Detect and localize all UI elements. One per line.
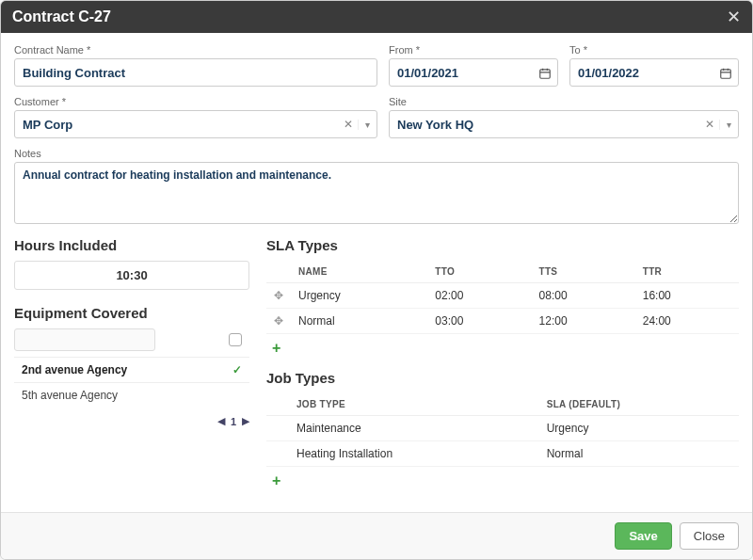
customer-label: Customer * bbox=[14, 96, 377, 107]
notes-label: Notes bbox=[14, 148, 739, 159]
sla-ttr: 16:00 bbox=[635, 283, 739, 309]
equipment-covered-title: Equipment Covered bbox=[14, 305, 249, 321]
sla-col-tto: TTO bbox=[427, 261, 531, 283]
add-job-button[interactable]: + bbox=[266, 471, 286, 491]
to-date-input[interactable] bbox=[569, 58, 739, 87]
from-date-input[interactable] bbox=[389, 58, 558, 87]
close-button[interactable]: Close bbox=[680, 522, 739, 550]
equipment-search-input[interactable] bbox=[14, 328, 155, 351]
site-value: New York HQ bbox=[390, 118, 700, 132]
contract-name-input[interactable] bbox=[14, 58, 377, 87]
customer-select[interactable]: MP Corp ✕ ▾ bbox=[14, 110, 377, 138]
close-icon[interactable]: ✕ bbox=[727, 8, 741, 25]
pager-prev-icon[interactable]: ◀ bbox=[217, 415, 225, 427]
to-label: To * bbox=[569, 44, 739, 56]
drag-handle-icon[interactable]: ✥ bbox=[274, 289, 283, 302]
sla-tts: 12:00 bbox=[532, 309, 635, 334]
sla-tto: 02:00 bbox=[427, 283, 531, 309]
table-row[interactable]: Maintenance Urgency bbox=[266, 416, 739, 441]
drag-handle-icon[interactable]: ✥ bbox=[274, 314, 283, 328]
job-sla: Urgency bbox=[539, 416, 739, 441]
from-label: From * bbox=[389, 44, 558, 56]
sla-col-name: NAME bbox=[291, 261, 427, 283]
select-all-checkbox[interactable] bbox=[229, 333, 242, 346]
pager-current[interactable]: 1 bbox=[231, 416, 236, 427]
hours-value[interactable]: 10:30 bbox=[14, 261, 249, 290]
equipment-item[interactable]: 2nd avenue Agency ✓ bbox=[14, 357, 249, 382]
job-type: Maintenance bbox=[289, 416, 539, 441]
sla-col-ttr: TTR bbox=[635, 261, 739, 283]
equipment-item[interactable]: 5th avenue Agency bbox=[14, 382, 249, 408]
sla-ttr: 24:00 bbox=[635, 309, 739, 334]
save-button[interactable]: Save bbox=[615, 522, 671, 550]
clear-icon[interactable]: ✕ bbox=[339, 118, 358, 131]
customer-value: MP Corp bbox=[15, 118, 339, 132]
sla-types-title: SLA Types bbox=[266, 237, 739, 253]
job-type: Heating Installation bbox=[289, 441, 539, 467]
site-select[interactable]: New York HQ ✕ ▾ bbox=[389, 110, 739, 138]
hours-included-title: Hours Included bbox=[14, 237, 249, 253]
clear-icon[interactable]: ✕ bbox=[700, 118, 719, 131]
check-icon: ✓ bbox=[232, 363, 242, 376]
chevron-down-icon[interactable]: ▾ bbox=[719, 120, 738, 130]
equipment-item-label: 2nd avenue Agency bbox=[22, 363, 127, 376]
sla-name: Urgency bbox=[291, 283, 427, 309]
job-sla: Normal bbox=[539, 441, 739, 467]
add-sla-button[interactable]: + bbox=[266, 338, 286, 359]
job-types-title: Job Types bbox=[266, 370, 739, 386]
table-row[interactable]: ✥ Urgency 02:00 08:00 16:00 bbox=[266, 283, 739, 309]
site-label: Site bbox=[389, 96, 739, 107]
equipment-pager: ◀ 1 ▶ bbox=[14, 415, 249, 427]
sla-col-tts: TTS bbox=[532, 261, 635, 283]
job-col-type: JOB TYPE bbox=[289, 393, 539, 416]
table-row[interactable]: Heating Installation Normal bbox=[266, 441, 739, 467]
job-table: JOB TYPE SLA (DEFAULT) Maintenance Urgen… bbox=[266, 393, 739, 467]
chevron-down-icon[interactable]: ▾ bbox=[358, 120, 376, 130]
equipment-item-label: 5th avenue Agency bbox=[22, 389, 118, 402]
dialog-title: Contract C-27 bbox=[12, 8, 111, 25]
table-row[interactable]: ✥ Normal 03:00 12:00 24:00 bbox=[266, 309, 739, 334]
sla-tts: 08:00 bbox=[532, 283, 635, 309]
sla-table: NAME TTO TTS TTR ✥ Urgency 02:00 08:00 1 bbox=[266, 261, 739, 334]
notes-textarea[interactable] bbox=[14, 162, 739, 224]
contract-name-label: Contract Name * bbox=[14, 44, 377, 56]
pager-next-icon[interactable]: ▶ bbox=[242, 415, 249, 427]
sla-name: Normal bbox=[291, 309, 427, 334]
job-col-sla: SLA (DEFAULT) bbox=[539, 393, 739, 416]
sla-tto: 03:00 bbox=[427, 309, 531, 334]
